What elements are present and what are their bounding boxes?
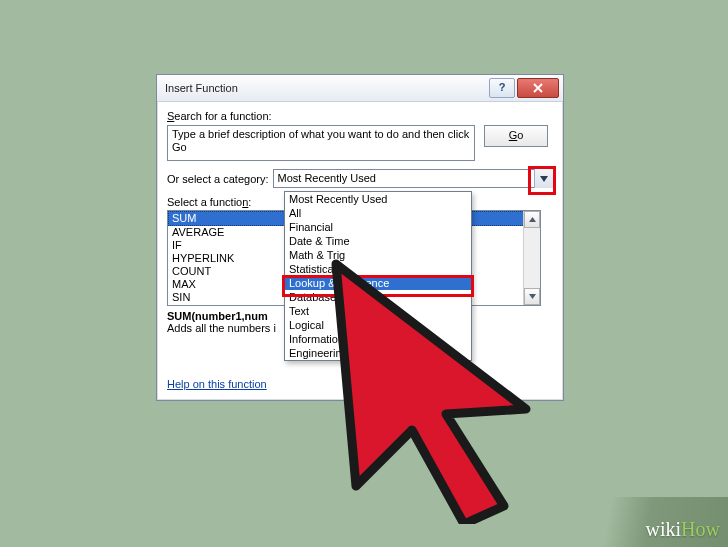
chevron-down-icon[interactable] <box>534 169 553 188</box>
dropdown-item[interactable]: Engineering <box>285 346 471 360</box>
dropdown-item-lookup-reference[interactable]: Lookup & Reference <box>285 276 471 290</box>
dropdown-item[interactable]: Information <box>285 332 471 346</box>
help-button[interactable]: ? <box>489 78 515 98</box>
go-button[interactable]: Go <box>484 125 548 147</box>
search-input[interactable]: Type a brief description of what you wan… <box>167 125 475 161</box>
partial-ok-button[interactable] <box>358 400 372 418</box>
search-label: Search for a function: <box>167 110 553 122</box>
category-label: Or select a category: <box>167 173 269 185</box>
dropdown-item[interactable]: Statistical <box>285 262 471 276</box>
dropdown-item[interactable]: Text <box>285 304 471 318</box>
dropdown-item[interactable]: All <box>285 206 471 220</box>
category-selected-value: Most Recently Used <box>273 169 554 188</box>
scrollbar[interactable] <box>523 211 540 305</box>
help-link[interactable]: Help on this function <box>167 378 267 390</box>
scroll-down-icon[interactable] <box>524 288 540 305</box>
dropdown-item[interactable]: Database <box>285 290 471 304</box>
scroll-up-icon[interactable] <box>524 211 540 228</box>
dropdown-item[interactable]: Logical <box>285 318 471 332</box>
category-row: Or select a category: Most Recently Used <box>167 169 553 188</box>
wikihow-watermark: wikiHow <box>646 518 720 541</box>
close-icon <box>533 83 543 93</box>
category-select[interactable]: Most Recently Used <box>273 169 554 188</box>
dropdown-item[interactable]: Financial <box>285 220 471 234</box>
dropdown-item[interactable]: Date & Time <box>285 234 471 248</box>
close-button[interactable] <box>517 78 559 98</box>
titlebar[interactable]: Insert Function ? <box>157 75 563 102</box>
dropdown-item[interactable]: Math & Trig <box>285 248 471 262</box>
dropdown-item[interactable]: Most Recently Used <box>285 192 471 206</box>
category-dropdown-list[interactable]: Most Recently Used All Financial Date & … <box>284 191 472 361</box>
dialog-title: Insert Function <box>165 82 489 94</box>
